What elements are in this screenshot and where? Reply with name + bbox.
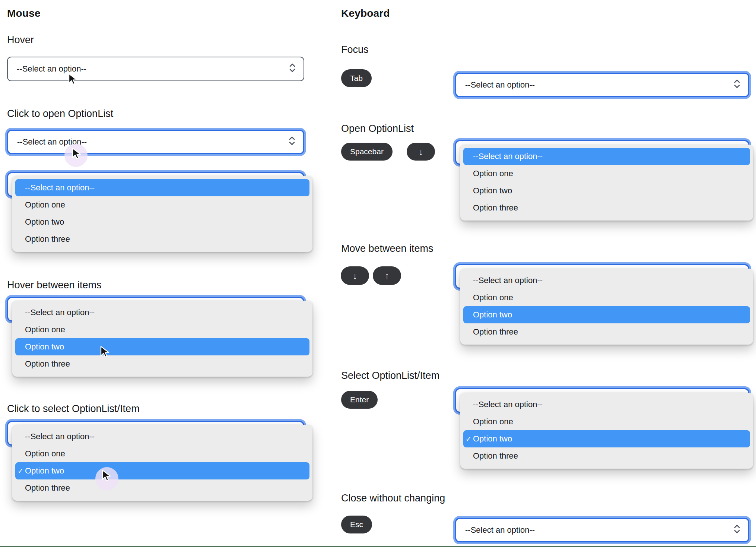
- checkmark-icon: ✓: [18, 462, 23, 479]
- optionlist-item[interactable]: Option one: [463, 289, 750, 306]
- chevron-updown-icon: [733, 78, 741, 92]
- bottom-divider: [0, 546, 756, 547]
- cursor-icon: [101, 469, 112, 484]
- key-spacebar: Spacebar: [341, 143, 393, 161]
- optionlist-item[interactable]: Option three: [463, 199, 750, 216]
- select-value: --Select an option--: [465, 80, 535, 90]
- section-label-close: Close without changing: [341, 492, 445, 504]
- optionlist-item[interactable]: Option three: [463, 447, 750, 465]
- section-label-click-select: Click to select OptionList/Item: [7, 403, 140, 415]
- optionlist-item[interactable]: Option two: [463, 306, 750, 323]
- key-arrow-up: ↑: [373, 266, 401, 285]
- key-enter: Enter: [341, 391, 378, 409]
- section-label-select-item: Select OptionList/Item: [341, 370, 439, 381]
- optionlist-item-selected[interactable]: ✓ Option two: [15, 462, 309, 479]
- section-label-click-open: Click to open OptionList: [7, 108, 113, 120]
- option-select[interactable]: --Select an option--: [7, 57, 304, 81]
- optionlist-item[interactable]: --Select an option--: [463, 272, 750, 289]
- cursor-icon: [72, 148, 83, 162]
- select-value: --Select an option--: [465, 525, 535, 535]
- section-label-focus: Focus: [341, 44, 369, 56]
- optionlist: --Select an option-- Option one ✓ Option…: [460, 393, 753, 469]
- key-arrow-down: ↓: [407, 143, 435, 161]
- optionlist-item[interactable]: Option two: [463, 182, 750, 199]
- optionlist: --Select an option-- Option one ✓ Option…: [12, 425, 312, 501]
- section-label-hover: Hover: [7, 34, 34, 46]
- optionlist-item[interactable]: Option three: [15, 479, 309, 497]
- optionlist-item[interactable]: Option one: [15, 445, 309, 462]
- chevron-updown-icon: [289, 62, 296, 76]
- optionlist-item[interactable]: --Select an option--: [15, 428, 309, 445]
- cursor-icon: [68, 73, 79, 87]
- key-tab: Tab: [341, 69, 372, 87]
- optionlist: --Select an option-- Option one Option t…: [12, 176, 312, 252]
- optionlist-item[interactable]: Option three: [15, 231, 309, 248]
- option-select-focused[interactable]: --Select an option--: [455, 518, 749, 542]
- optionlist-item[interactable]: --Select an option--: [463, 396, 750, 413]
- mouse-column-title: Mouse: [7, 7, 41, 19]
- chevron-updown-icon: [733, 523, 741, 537]
- option-select-focused[interactable]: --Select an option--: [7, 130, 304, 154]
- optionlist-item[interactable]: Option three: [15, 355, 309, 373]
- section-label-open-list: Open OptionList: [341, 123, 414, 134]
- optionlist-item[interactable]: Option one: [15, 196, 309, 213]
- optionlist-item[interactable]: --Select an option--: [15, 179, 309, 196]
- select-value: --Select an option--: [17, 64, 86, 74]
- optionlist-item[interactable]: --Select an option--: [463, 148, 750, 165]
- optionlist: --Select an option-- Option one Option t…: [12, 301, 312, 377]
- optionlist: --Select an option-- Option one Option t…: [460, 145, 753, 221]
- optionlist-item[interactable]: --Select an option--: [15, 304, 309, 321]
- key-arrow-down: ↓: [341, 266, 369, 285]
- checkmark-icon: ✓: [466, 430, 471, 447]
- optionlist-item[interactable]: Option two: [15, 338, 309, 355]
- section-label-hover-items: Hover between items: [7, 279, 102, 291]
- optionlist: --Select an option-- Option one Option t…: [460, 269, 753, 345]
- optionlist-item-selected[interactable]: ✓ Option two: [463, 430, 750, 447]
- cursor-icon: [100, 346, 111, 360]
- optionlist-item[interactable]: Option one: [15, 321, 309, 338]
- option-select-focused[interactable]: --Select an option--: [455, 73, 749, 97]
- key-esc: Esc: [341, 516, 372, 533]
- optionlist-item[interactable]: Option two: [15, 213, 309, 231]
- optionlist-item[interactable]: Option three: [463, 323, 750, 340]
- optionlist-item[interactable]: Option one: [463, 413, 750, 430]
- optionlist-item[interactable]: Option one: [463, 165, 750, 182]
- section-label-move-items: Move between items: [341, 243, 433, 254]
- chevron-updown-icon: [288, 135, 296, 149]
- keyboard-column-title: Keyboard: [341, 7, 390, 19]
